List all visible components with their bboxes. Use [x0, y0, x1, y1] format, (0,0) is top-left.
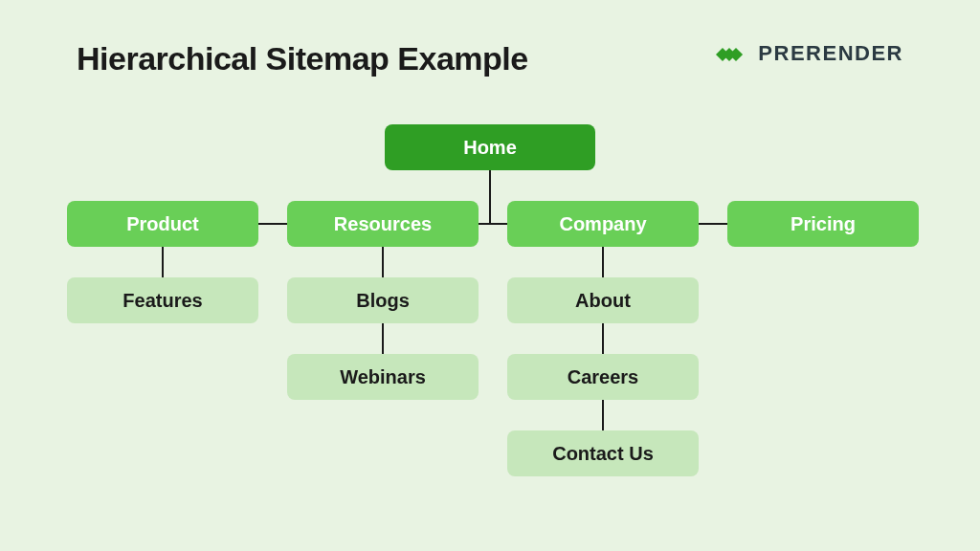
connector — [163, 223, 823, 225]
connector — [382, 323, 384, 354]
node-label: Company — [559, 213, 646, 235]
page-title: Hierarchical Sitemap Example — [77, 40, 528, 77]
node-features: Features — [67, 277, 258, 323]
node-label: Careers — [568, 366, 639, 388]
node-label: Contact Us — [552, 443, 654, 465]
connector — [382, 247, 384, 277]
node-label: Resources — [334, 213, 432, 235]
prerender-logo-icon — [716, 40, 748, 67]
connector — [162, 247, 164, 277]
node-contact-us: Contact Us — [507, 430, 699, 476]
node-label: Product — [126, 213, 199, 235]
brand-name: PRERENDER — [758, 41, 903, 66]
node-resources: Resources — [287, 201, 479, 247]
node-label: About — [575, 290, 631, 312]
node-label: Features — [122, 290, 202, 312]
node-pricing: Pricing — [727, 201, 919, 247]
brand: PRERENDER — [716, 40, 903, 67]
connector — [602, 247, 604, 277]
node-product: Product — [67, 201, 258, 247]
node-careers: Careers — [507, 354, 699, 400]
node-label: Pricing — [791, 213, 856, 235]
node-company: Company — [507, 201, 699, 247]
connector — [602, 323, 604, 354]
node-label: Blogs — [356, 290, 410, 312]
node-blogs: Blogs — [287, 277, 479, 323]
node-home: Home — [385, 124, 595, 170]
node-label: Webinars — [340, 366, 426, 388]
connector — [602, 400, 604, 430]
connector — [489, 170, 491, 224]
node-webinars: Webinars — [287, 354, 479, 400]
node-about: About — [507, 277, 699, 323]
node-label: Home — [463, 137, 517, 159]
